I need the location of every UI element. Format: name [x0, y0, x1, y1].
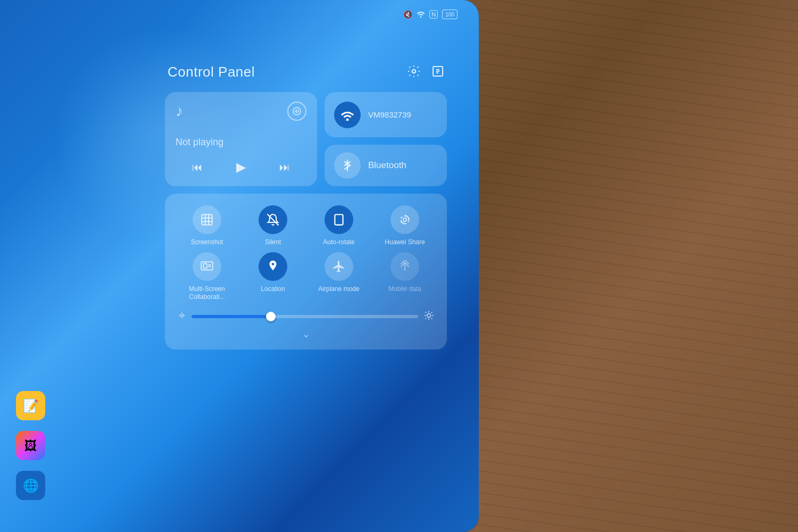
silent-icon: [259, 205, 287, 234]
device-screen: 📝 🖼 🌐 🔇 N 100 Control Panel: [0, 0, 479, 532]
status-bar: 🔇 N 100: [403, 10, 458, 19]
media-card: ♪ Not playing ⏮ ▶ ⏭: [165, 92, 317, 186]
toggle-screenshot[interactable]: Screenshot: [176, 205, 238, 247]
svg-point-20: [180, 314, 183, 317]
wifi-status-icon: [417, 10, 425, 19]
toggle-silent[interactable]: Silent: [242, 205, 304, 247]
chevron-down-icon[interactable]: ⌄: [302, 329, 310, 339]
wifi-card[interactable]: VM9832739: [325, 92, 447, 137]
not-playing-text: Not playing: [176, 137, 306, 148]
svg-line-31: [431, 318, 433, 319]
toggles-card: Screenshot Silent: [165, 194, 447, 350]
music-icon: ♪: [176, 103, 183, 120]
screenshot-label: Screenshot: [191, 238, 223, 247]
top-row: ♪ Not playing ⏮ ▶ ⏭: [165, 92, 447, 186]
svg-point-4: [346, 118, 349, 121]
data-status-icon: N: [429, 10, 438, 19]
right-column: VM9832739 Bluetooth: [325, 92, 447, 186]
desktop-icons: 📝 🖼 🌐: [16, 391, 45, 500]
svg-point-25: [427, 313, 431, 317]
bluetooth-circle: [334, 152, 361, 179]
svg-line-33: [431, 312, 433, 313]
location-label: Location: [261, 285, 285, 294]
autorotate-icon: [325, 205, 353, 234]
bluetooth-label: Bluetooth: [368, 160, 406, 171]
settings-button[interactable]: [407, 64, 421, 80]
mute-status-icon: 🔇: [403, 10, 412, 19]
control-panel: Control Panel: [165, 64, 447, 350]
chevron-row: ⌄: [176, 328, 436, 340]
toggle-autorotate[interactable]: Auto-rotate: [307, 205, 370, 247]
sound-wave-icon[interactable]: [287, 102, 306, 121]
airplane-icon: [325, 252, 353, 281]
brightness-thumb[interactable]: [266, 312, 276, 321]
toggle-mobile-data[interactable]: Mobile data: [373, 252, 436, 302]
svg-point-13: [403, 218, 407, 222]
edit-button[interactable]: [431, 64, 444, 80]
mobile-data-label: Mobile data: [388, 285, 421, 294]
huawei-share-icon: [390, 205, 419, 234]
multiscreen-icon: [193, 252, 221, 281]
app-icon-browser[interactable]: 🌐: [16, 471, 45, 500]
mobile-data-icon: [390, 252, 419, 281]
airplane-label: Airplane mode: [318, 285, 359, 294]
svg-rect-16: [204, 263, 207, 268]
toggle-airplane[interactable]: Airplane mode: [307, 252, 370, 302]
device-frame: 📝 🖼 🌐 🔇 N 100 Control Panel: [0, 0, 479, 532]
svg-rect-12: [335, 214, 343, 225]
media-card-top: ♪: [176, 102, 306, 121]
media-controls: ⏮ ▶ ⏭: [176, 157, 306, 177]
bluetooth-card[interactable]: Bluetooth: [325, 145, 447, 186]
svg-line-32: [426, 318, 427, 319]
battery-status-icon: 100: [442, 10, 458, 19]
svg-point-0: [420, 16, 422, 18]
toggle-multiscreen[interactable]: Multi-Screen Collaborati...: [176, 252, 238, 302]
toggles-grid: Screenshot Silent: [176, 205, 436, 302]
brightness-slider-track[interactable]: [192, 315, 418, 318]
svg-rect-6: [202, 214, 212, 225]
toggle-huawei-share[interactable]: Huawei Share: [373, 205, 436, 247]
app-icon-notes[interactable]: 📝: [16, 391, 45, 420]
multiscreen-label: Multi-Screen Collaborati...: [176, 285, 238, 302]
panel-header: Control Panel: [165, 64, 447, 80]
battery-level: 100: [445, 12, 454, 18]
prev-button[interactable]: ⏮: [188, 159, 207, 176]
wifi-circle: [334, 102, 361, 128]
screenshot-icon: [193, 205, 221, 234]
autorotate-label: Auto-rotate: [323, 238, 354, 247]
brightness-min-icon: [178, 311, 186, 321]
brightness-max-icon: [423, 310, 434, 323]
silent-label: Silent: [265, 238, 281, 247]
huawei-share-label: Huawei Share: [385, 238, 425, 247]
next-button[interactable]: ⏭: [275, 159, 294, 176]
app-icon-gallery[interactable]: 🖼: [16, 431, 45, 460]
brightness-fill: [192, 315, 271, 318]
panel-title: Control Panel: [168, 64, 255, 80]
svg-line-30: [426, 312, 427, 313]
location-icon: [259, 252, 287, 281]
panel-header-icons: [407, 64, 444, 80]
wifi-ssid: VM9832739: [368, 110, 411, 119]
brightness-row: [176, 310, 436, 323]
play-button[interactable]: ▶: [232, 157, 250, 177]
toggle-location[interactable]: Location: [242, 252, 304, 302]
svg-point-1: [412, 69, 416, 73]
